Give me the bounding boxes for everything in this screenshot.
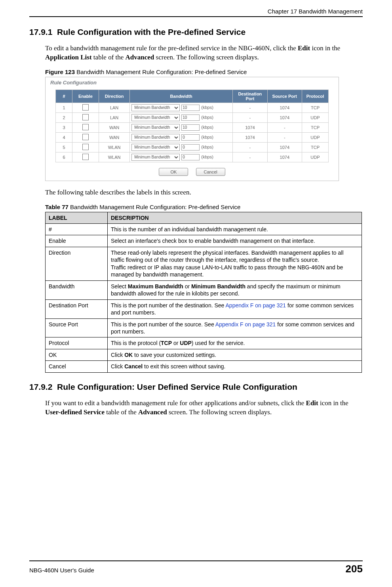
direction-cell: LAN	[99, 103, 129, 112]
enable-checkbox[interactable]	[82, 144, 89, 150]
unit-label: (kbps)	[201, 115, 213, 120]
enable-cell	[72, 142, 99, 152]
enable-checkbox[interactable]	[82, 124, 89, 130]
protocol-cell: TCP	[302, 142, 328, 152]
bandwidth-cell: Minimum Bandwidth(kbps)	[130, 132, 233, 142]
col-protocol: Protocol	[302, 90, 328, 103]
row-src-port: Source Port This is the port number of t…	[46, 318, 362, 337]
col-enable: Enable	[72, 90, 99, 103]
direction-cell: WAN	[99, 132, 129, 142]
rule-config-table: # Enable Direction Bandwidth Destination…	[55, 90, 329, 162]
dest-port-cell: -	[233, 142, 267, 152]
dest-port-cell: -	[233, 103, 267, 112]
section-title: Rule Configuration: User Defined Service…	[57, 382, 297, 391]
section-number: 17.9.1	[29, 27, 52, 36]
row-protocol: Protocol This is the protocol (TCP or UD…	[46, 337, 362, 349]
table-row: 2LANMinimum Bandwidth(kbps)-1074UDP	[56, 112, 329, 122]
direction-cell: WLAN	[99, 152, 129, 162]
unit-label: (kbps)	[201, 135, 213, 139]
table-77-header-row: LABEL DESCRIPTION	[46, 212, 362, 223]
footer-guide-name: NBG-460N User's Guide	[29, 567, 94, 574]
src-port-cell: 1074	[267, 112, 302, 122]
enable-cell	[72, 112, 99, 122]
section2-intro: If you want to edit a bandwidth manageme…	[45, 399, 363, 417]
protocol-cell: TCP	[302, 122, 328, 132]
col-num: #	[56, 90, 72, 103]
header-rule	[29, 16, 363, 17]
enable-checkbox[interactable]	[82, 154, 89, 160]
running-header: Chapter 17 Bandwidth Management	[29, 8, 363, 15]
table-row: 3WANMinimum Bandwidth(kbps)1074-TCP	[56, 122, 329, 132]
bandwidth-cell: Minimum Bandwidth(kbps)	[130, 142, 233, 152]
page-footer: NBG-460N User's Guide 205	[29, 560, 363, 575]
bandwidth-select[interactable]: Minimum Bandwidth	[131, 104, 180, 111]
row-number: 1	[56, 103, 72, 112]
row-ok: OK Click OK to save your customized sett…	[46, 349, 362, 360]
bandwidth-select[interactable]: Minimum Bandwidth	[131, 154, 180, 161]
section-17-9-2-heading: 17.9.2 Rule Configuration: User Defined …	[29, 382, 363, 392]
bandwidth-cell: Minimum Bandwidth(kbps)	[130, 103, 233, 112]
section-number: 17.9.2	[29, 382, 52, 391]
link-appendix-f[interactable]: Appendix F on page 321	[226, 302, 286, 309]
bandwidth-input[interactable]	[181, 144, 200, 151]
figure-123-screenshot: Rule Configuration # Enable Direction Ba…	[45, 77, 339, 181]
unit-label: (kbps)	[201, 145, 213, 149]
table-row: 5WLANMinimum Bandwidth(kbps)-1074TCP	[56, 142, 329, 152]
after-figure-text: The following table describes the labels…	[45, 188, 363, 197]
bandwidth-cell: Minimum Bandwidth(kbps)	[130, 112, 233, 122]
row-number: 5	[56, 142, 72, 152]
table-row: 1LANMinimum Bandwidth(kbps)-1074TCP	[56, 103, 329, 112]
enable-checkbox[interactable]	[82, 114, 89, 120]
header-label: LABEL	[46, 212, 108, 223]
enable-cell	[72, 103, 99, 112]
unit-label: (kbps)	[201, 154, 213, 159]
dest-port-cell: 1074	[233, 132, 267, 142]
bandwidth-input[interactable]	[181, 154, 200, 160]
panel-title: Rule Configuration	[46, 77, 339, 90]
src-port-cell: -	[267, 132, 302, 142]
dest-port-cell: 1074	[233, 122, 267, 132]
bandwidth-input[interactable]	[181, 114, 200, 121]
bandwidth-select[interactable]: Minimum Bandwidth	[131, 114, 180, 121]
bandwidth-select[interactable]: Minimum Bandwidth	[131, 144, 180, 151]
row-enable: Enable Select an interface's check box t…	[46, 235, 362, 247]
direction-cell: WLAN	[99, 142, 129, 152]
bandwidth-select[interactable]: Minimum Bandwidth	[131, 134, 180, 141]
unit-label: (kbps)	[201, 105, 213, 110]
table-77-caption: Table 77 Bandwidth Management Rule Confi…	[45, 204, 363, 210]
src-port-cell: 1074	[267, 152, 302, 162]
row-direction: Direction These read-only labels represe…	[46, 247, 362, 280]
row-number: 6	[56, 152, 72, 162]
enable-checkbox[interactable]	[82, 134, 89, 140]
bandwidth-select[interactable]: Minimum Bandwidth	[131, 124, 180, 131]
section-title: Rule Configuration with the Pre-defined …	[57, 27, 245, 36]
src-port-cell: 1074	[267, 103, 302, 112]
protocol-cell: TCP	[302, 103, 328, 112]
col-direction: Direction	[99, 90, 129, 103]
row-dest-port: Destination Port This is the port number…	[46, 299, 362, 318]
bandwidth-input[interactable]	[181, 134, 200, 141]
bandwidth-cell: Minimum Bandwidth(kbps)	[130, 152, 233, 162]
figure-button-row: OK Cancel	[46, 166, 339, 181]
enable-checkbox[interactable]	[82, 104, 89, 111]
link-appendix-f[interactable]: Appendix F on page 321	[215, 321, 276, 328]
src-port-cell: 1074	[267, 142, 302, 152]
row-cancel: Cancel Click Cancel to exit this screen …	[46, 361, 362, 372]
protocol-cell: UDP	[302, 112, 328, 122]
enable-cell	[72, 152, 99, 162]
direction-cell: LAN	[99, 112, 129, 122]
ok-button[interactable]: OK	[159, 168, 188, 176]
table-header-row: # Enable Direction Bandwidth Destination…	[56, 90, 329, 103]
protocol-cell: UDP	[302, 152, 328, 162]
footer-page-number: 205	[346, 563, 363, 575]
enable-cell	[72, 122, 99, 132]
col-src-port: Source Port	[267, 90, 302, 103]
cancel-button[interactable]: Cancel	[196, 168, 225, 176]
dest-port-cell: -	[233, 152, 267, 162]
bandwidth-cell: Minimum Bandwidth(kbps)	[130, 122, 233, 132]
table-row: 4WANMinimum Bandwidth(kbps)1074-UDP	[56, 132, 329, 142]
bandwidth-input[interactable]	[181, 105, 200, 111]
section1-intro: To edit a bandwidth management rule for …	[45, 44, 363, 62]
protocol-cell: UDP	[302, 132, 328, 142]
bandwidth-input[interactable]	[181, 124, 200, 131]
